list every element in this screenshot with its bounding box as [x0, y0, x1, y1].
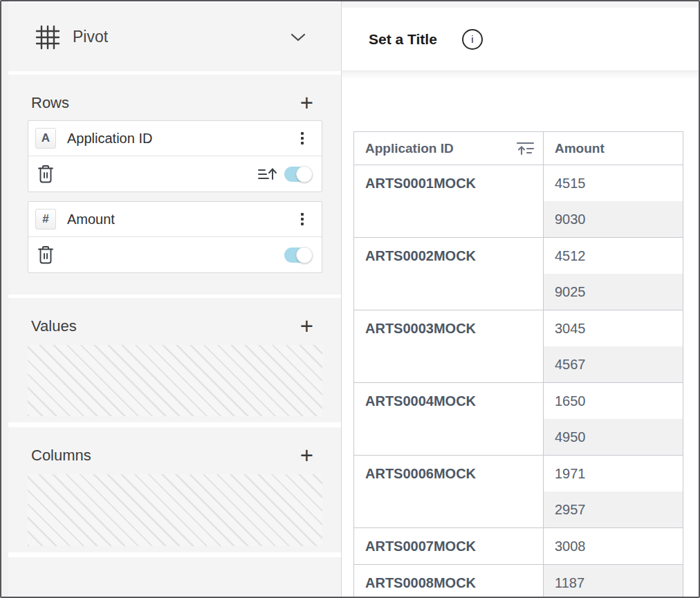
field-card-amount[interactable]: # Amount: [28, 201, 322, 273]
app-id-cell[interactable]: ARTS0003MOCK: [354, 310, 544, 382]
amount-cell[interactable]: 9030: [544, 201, 683, 237]
info-icon[interactable]: i: [462, 29, 483, 50]
pivot-grid-icon: [35, 24, 61, 50]
amount-cell[interactable]: 1971: [544, 456, 683, 492]
amount-cell[interactable]: 3045: [544, 310, 683, 346]
pivot-editor-window: Pivot Rows + A Application ID: [0, 0, 700, 598]
table-row-group: ARTS0008MOCK 1187: [354, 565, 683, 598]
field-name: Amount: [67, 212, 298, 227]
field-visibility-toggle[interactable]: [284, 167, 312, 182]
table-row-group: ARTS0002MOCK 4512 9025: [354, 238, 683, 310]
add-value-field-button[interactable]: +: [300, 318, 313, 335]
sort-ascending-applied-icon[interactable]: [516, 141, 535, 156]
table-row-group: ARTS0006MOCK 1971 2957: [354, 456, 683, 528]
column-header-amount[interactable]: Amount: [544, 132, 683, 165]
columns-drop-zone[interactable]: [28, 474, 322, 546]
field-menu-icon[interactable]: [298, 129, 306, 147]
amount-cell[interactable]: 4512: [544, 238, 683, 274]
pivot-element-header[interactable]: Pivot: [8, 3, 341, 71]
left-margin-strip: [1, 1, 8, 597]
add-row-field-button[interactable]: +: [300, 95, 313, 111]
number-type-icon: #: [35, 209, 56, 230]
left-panel-footer: [8, 557, 341, 597]
add-column-field-button[interactable]: +: [300, 447, 313, 464]
values-section-label: Values: [31, 317, 77, 335]
table-row-group: ARTS0007MOCK 3008: [354, 528, 683, 565]
set-title-placeholder[interactable]: Set a Title: [369, 31, 437, 48]
column-header-application-id[interactable]: Application ID: [354, 132, 544, 165]
values-drop-zone[interactable]: [28, 345, 322, 416]
app-id-cell[interactable]: ARTS0001MOCK: [354, 165, 544, 237]
columns-section: Columns +: [8, 427, 341, 552]
app-id-cell[interactable]: ARTS0008MOCK: [354, 565, 544, 598]
element-type-label: Pivot: [73, 28, 290, 46]
amount-cell[interactable]: 4950: [544, 419, 683, 455]
app-id-cell[interactable]: ARTS0006MOCK: [354, 456, 544, 527]
table-row-group: ARTS0004MOCK 1650 4950: [354, 383, 683, 456]
amount-cell[interactable]: 2957: [544, 492, 683, 527]
field-name: Application ID: [67, 131, 298, 147]
rows-section: Rows + A Application ID: [8, 75, 341, 295]
table-header-row: Application ID Amount: [354, 132, 683, 165]
rows-section-label: Rows: [31, 94, 69, 112]
amount-cell[interactable]: 4515: [544, 165, 683, 201]
pivot-result-panel: Set a Title i Application ID: [342, 1, 699, 597]
table-row-group: ARTS0003MOCK 3045 4567: [354, 310, 683, 383]
app-id-cell[interactable]: ARTS0002MOCK: [354, 238, 544, 310]
field-card-application-id[interactable]: A Application ID: [28, 120, 322, 192]
field-visibility-toggle[interactable]: [284, 247, 312, 263]
pivot-table: Application ID Amount: [353, 131, 683, 598]
amount-cell[interactable]: 1187: [544, 565, 683, 598]
field-menu-icon[interactable]: [298, 210, 306, 228]
amount-cell[interactable]: 3008: [544, 528, 683, 564]
amount-cell[interactable]: 1650: [544, 383, 683, 419]
sort-ascending-icon[interactable]: [257, 165, 277, 184]
values-section: Values +: [8, 298, 341, 422]
chevron-down-icon[interactable]: [290, 32, 306, 42]
trash-icon[interactable]: [37, 245, 55, 265]
amount-cell[interactable]: 9025: [544, 274, 683, 310]
text-type-icon: A: [35, 128, 56, 149]
app-id-cell[interactable]: ARTS0004MOCK: [354, 383, 544, 455]
trash-icon[interactable]: [37, 165, 55, 184]
table-row-group: ARTS0001MOCK 4515 9030: [354, 165, 683, 238]
app-id-cell[interactable]: ARTS0007MOCK: [354, 528, 544, 564]
amount-cell[interactable]: 4567: [544, 346, 683, 382]
columns-section-label: Columns: [31, 447, 91, 465]
title-bar: Set a Title i: [342, 8, 699, 71]
table-canvas: Application ID Amount: [342, 72, 699, 597]
